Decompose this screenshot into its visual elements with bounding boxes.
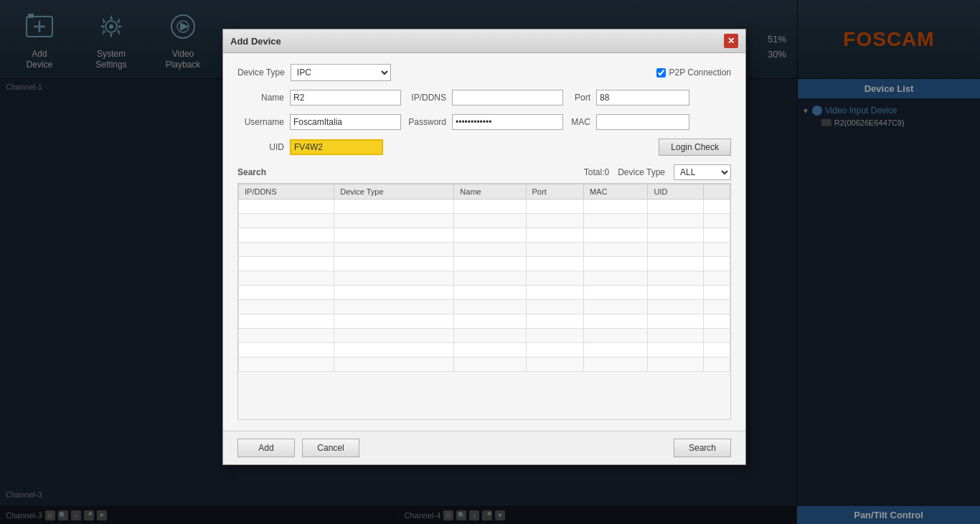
ip-ddns-input[interactable]: [452, 90, 563, 106]
mac-label: MAC: [569, 117, 590, 127]
table-row: [239, 357, 730, 372]
name-input[interactable]: [290, 90, 401, 106]
col-action: [704, 184, 730, 200]
search-header-left: Search: [237, 167, 266, 177]
dialog-titlebar: Add Device ✕: [223, 29, 745, 53]
col-port: Port: [526, 184, 583, 200]
table-row: [239, 257, 730, 271]
table-row: [239, 271, 730, 286]
form-row-device-type: Device Type IPC NVR DVR P2P Connection: [237, 64, 731, 81]
dialog-body: Device Type IPC NVR DVR P2P Connection N…: [223, 53, 745, 431]
results-table-container: IP/DDNS Device Type Name Port MAC UID: [237, 183, 731, 420]
uid-label: UID: [237, 142, 284, 152]
search-section-label: Search: [237, 167, 266, 177]
cancel-button[interactable]: Cancel: [302, 439, 359, 457]
table-row: [239, 343, 730, 357]
form-row-username: Username Password MAC: [237, 114, 731, 130]
uid-input[interactable]: [290, 139, 383, 155]
form-row-uid: UID Login Check: [237, 139, 731, 156]
add-device-dialog: Add Device ✕ Device Type IPC NVR DVR P2P…: [222, 29, 746, 465]
table-row: [239, 228, 730, 243]
form-row-name: Name IP/DDNS Port: [237, 90, 731, 106]
total-and-filter: Total:0 Device Type ALL IPC NVR: [584, 164, 731, 180]
mac-input[interactable]: [596, 114, 689, 130]
ip-ddns-label: IP/DDNS: [407, 93, 446, 103]
table-row: [239, 329, 730, 343]
table-row: [239, 214, 730, 228]
footer-left-buttons: Add Cancel: [237, 439, 359, 457]
dialog-title: Add Device: [230, 36, 281, 47]
col-uid: UID: [648, 184, 704, 200]
search-button[interactable]: Search: [674, 439, 731, 457]
add-button[interactable]: Add: [237, 439, 295, 457]
password-input[interactable]: [452, 114, 563, 130]
p2p-group: P2P Connection: [656, 67, 731, 78]
table-row: [239, 314, 730, 329]
port-input[interactable]: [596, 90, 689, 106]
device-type-filter-label: Device Type: [618, 167, 665, 177]
table-row: [239, 243, 730, 257]
search-header: Search Total:0 Device Type ALL IPC NVR: [237, 164, 731, 180]
table-row: [239, 300, 730, 314]
col-mac: MAC: [583, 184, 648, 200]
username-label: Username: [237, 117, 284, 127]
dialog-footer: Add Cancel Search: [223, 431, 745, 464]
col-name: Name: [454, 184, 526, 200]
search-section: Search Total:0 Device Type ALL IPC NVR: [237, 164, 731, 420]
port-label: Port: [569, 93, 590, 103]
name-label: Name: [237, 93, 284, 103]
p2p-checkbox[interactable]: [656, 68, 666, 78]
username-input[interactable]: [290, 114, 401, 130]
device-type-filter-select[interactable]: ALL IPC NVR: [674, 164, 731, 180]
device-type-label: Device Type: [237, 67, 285, 78]
col-ip-ddns: IP/DDNS: [239, 184, 334, 200]
device-type-select[interactable]: IPC NVR DVR: [291, 64, 391, 81]
dialog-close-button[interactable]: ✕: [724, 34, 738, 48]
password-label: Password: [407, 117, 446, 127]
total-label: Total:0: [584, 167, 609, 177]
login-check-button[interactable]: Login Check: [659, 139, 731, 156]
table-row: [239, 286, 730, 300]
table-row: [239, 200, 730, 214]
results-table: IP/DDNS Device Type Name Port MAC UID: [238, 184, 730, 372]
col-device-type: Device Type: [334, 184, 454, 200]
p2p-label: P2P Connection: [669, 67, 731, 78]
